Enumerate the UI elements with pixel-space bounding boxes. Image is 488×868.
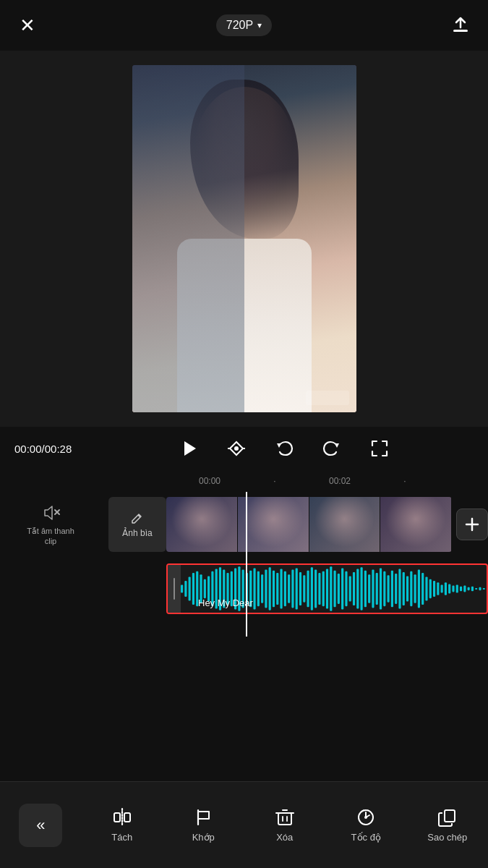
svg-rect-74 bbox=[418, 570, 420, 608]
keyframe-icon bbox=[226, 438, 247, 459]
svg-rect-45 bbox=[307, 571, 309, 608]
svg-rect-75 bbox=[421, 573, 424, 605]
svg-rect-38 bbox=[280, 569, 282, 609]
svg-rect-52 bbox=[334, 571, 336, 608]
svg-rect-14 bbox=[189, 577, 191, 601]
svg-rect-48 bbox=[318, 573, 320, 605]
svg-rect-73 bbox=[414, 574, 416, 603]
svg-rect-33 bbox=[261, 574, 263, 603]
top-bar: ✕ 720P ▾ bbox=[0, 0, 488, 51]
flag-icon bbox=[193, 807, 213, 827]
video-strip bbox=[166, 497, 452, 552]
svg-rect-50 bbox=[326, 569, 328, 609]
svg-rect-49 bbox=[322, 571, 325, 606]
play-button[interactable] bbox=[176, 435, 202, 461]
keyframe-button[interactable] bbox=[223, 435, 249, 461]
svg-rect-35 bbox=[269, 567, 271, 610]
speed-icon bbox=[356, 807, 376, 827]
svg-rect-59 bbox=[361, 567, 363, 610]
add-clip-button[interactable] bbox=[456, 509, 488, 540]
svg-rect-43 bbox=[299, 572, 301, 605]
khop-button[interactable]: Khớp bbox=[181, 807, 225, 843]
close-button[interactable]: ✕ bbox=[14, 12, 40, 38]
svg-rect-71 bbox=[406, 576, 408, 601]
close-icon: ✕ bbox=[20, 16, 35, 35]
svg-marker-6 bbox=[335, 443, 339, 448]
tocdo-icon bbox=[356, 807, 376, 827]
export-button[interactable] bbox=[448, 12, 474, 38]
svg-rect-69 bbox=[398, 569, 401, 609]
saochep-button[interactable]: Sao chép bbox=[426, 807, 469, 843]
svg-rect-79 bbox=[437, 582, 439, 595]
svg-rect-12 bbox=[181, 585, 183, 593]
timeline-area: 00:00 · 00:02 · Tắt âm thanhclip bbox=[0, 470, 488, 723]
xoa-button[interactable]: Xóa bbox=[263, 807, 307, 843]
svg-rect-18 bbox=[204, 579, 206, 598]
handle-bar bbox=[174, 578, 175, 600]
svg-rect-90 bbox=[479, 587, 481, 590]
tocdo-button[interactable]: Tốc độ bbox=[344, 807, 388, 843]
audio-track-row: Hey My Dear bbox=[0, 560, 488, 618]
undo-button[interactable] bbox=[271, 435, 297, 461]
audio-clip-label: Hey My Dear bbox=[198, 597, 253, 608]
fullscreen-icon bbox=[369, 438, 390, 459]
svg-rect-67 bbox=[391, 571, 393, 608]
audio-waveform: Hey My Dear bbox=[181, 565, 487, 613]
svg-rect-44 bbox=[303, 575, 305, 602]
controls-row bbox=[94, 435, 474, 461]
svg-rect-89 bbox=[475, 588, 477, 590]
svg-rect-88 bbox=[471, 587, 474, 592]
split-icon bbox=[112, 807, 132, 827]
khop-label: Khớp bbox=[192, 832, 215, 843]
saochep-label: Sao chép bbox=[427, 832, 467, 843]
fullscreen-button[interactable] bbox=[367, 435, 393, 461]
svg-rect-61 bbox=[368, 574, 370, 603]
svg-rect-80 bbox=[441, 585, 443, 593]
tocdo-label: Tốc độ bbox=[351, 832, 381, 843]
delete-icon bbox=[275, 807, 295, 827]
svg-point-2 bbox=[234, 446, 239, 451]
svg-rect-65 bbox=[383, 571, 385, 606]
timeline-tracks: Tắt âm thanhclip Ảnh bìa bbox=[0, 492, 488, 637]
svg-rect-56 bbox=[349, 576, 351, 601]
svg-rect-32 bbox=[257, 571, 260, 606]
audio-clip[interactable]: Hey My Dear bbox=[166, 563, 488, 614]
cover-card[interactable]: Ảnh bìa bbox=[108, 497, 166, 552]
audio-clip-handle[interactable] bbox=[168, 565, 181, 613]
svg-point-102 bbox=[364, 816, 367, 819]
timeline-empty bbox=[0, 637, 488, 709]
svg-rect-78 bbox=[433, 581, 435, 597]
svg-rect-40 bbox=[288, 574, 290, 603]
video-thumbnail bbox=[132, 65, 356, 412]
mute-icon bbox=[40, 503, 61, 523]
mute-control[interactable]: Tắt âm thanhclip bbox=[0, 503, 101, 547]
svg-rect-39 bbox=[284, 571, 286, 606]
svg-rect-63 bbox=[376, 573, 378, 605]
bottom-toolbar: « Tách Khớp bbox=[0, 781, 488, 868]
play-icon bbox=[179, 438, 199, 459]
svg-rect-93 bbox=[114, 813, 120, 822]
tach-button[interactable]: Tách bbox=[100, 807, 144, 843]
ruler-dot-2: · bbox=[383, 476, 427, 486]
quality-selector[interactable]: 720P ▾ bbox=[216, 14, 272, 36]
svg-rect-42 bbox=[296, 568, 298, 609]
svg-rect-62 bbox=[372, 570, 374, 608]
svg-rect-82 bbox=[448, 584, 450, 593]
ruler-dot-1: · bbox=[253, 476, 296, 486]
svg-rect-60 bbox=[364, 571, 367, 608]
redo-button[interactable] bbox=[319, 435, 345, 461]
svg-rect-87 bbox=[468, 587, 470, 590]
ruler-marks: 00:00 · 00:02 · bbox=[166, 476, 427, 486]
svg-rect-54 bbox=[341, 568, 343, 609]
export-icon bbox=[450, 15, 471, 35]
svg-rect-66 bbox=[388, 575, 390, 602]
svg-rect-94 bbox=[124, 813, 130, 822]
video-frame-2 bbox=[238, 497, 309, 552]
video-preview bbox=[0, 51, 488, 427]
xoa-label: Xóa bbox=[276, 832, 293, 843]
svg-rect-70 bbox=[403, 572, 405, 605]
svg-rect-15 bbox=[192, 573, 194, 605]
back-button[interactable]: « bbox=[19, 804, 62, 847]
playhead bbox=[246, 492, 247, 637]
svg-rect-13 bbox=[184, 581, 187, 597]
